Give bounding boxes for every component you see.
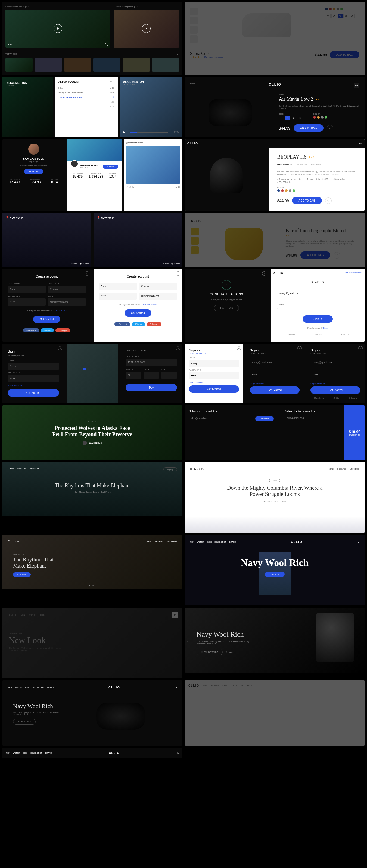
- subscribe-price-button[interactable]: $10.99 SUBSCRIBE: [344, 405, 365, 460]
- menu-icon[interactable]: ☰: [8, 540, 9, 542]
- size-option[interactable]: 42: [291, 116, 296, 120]
- heart-icon[interactable]: ♡: [327, 125, 333, 131]
- lastname-input[interactable]: [48, 286, 86, 293]
- heart-icon[interactable]: ♡: [325, 197, 332, 204]
- nav-link[interactable]: MEN: [190, 541, 194, 543]
- close-icon[interactable]: ×: [176, 346, 180, 350]
- size-option[interactable]: 40: [279, 116, 284, 120]
- size-option[interactable]: 43: [297, 116, 302, 120]
- follow-button[interactable]: FOLLOW: [103, 164, 118, 169]
- song-row[interactable]: —4:26: [58, 104, 114, 109]
- forgot-link[interactable]: Forgot password: [250, 382, 300, 384]
- song-row-active[interactable]: The Mooshek Mahlinka⏸: [58, 95, 114, 100]
- nav-link[interactable]: BRAND: [247, 685, 253, 687]
- tab[interactable]: REVIEWS: [311, 163, 321, 167]
- month-input[interactable]: [125, 372, 141, 379]
- facebook-link[interactable]: f Facebook: [286, 333, 295, 335]
- size-option[interactable]: 39: [325, 14, 331, 18]
- nav-link[interactable]: COLLECTION: [30, 752, 43, 754]
- nav-link[interactable]: KIDS: [23, 752, 27, 754]
- login-input[interactable]: [250, 359, 300, 366]
- terms-link[interactable]: terms of service: [143, 303, 157, 306]
- color-swatches[interactable]: [325, 8, 359, 11]
- submit-button[interactable]: Get Started: [8, 389, 59, 397]
- heart-icon[interactable]: ♡: [334, 252, 340, 258]
- song-row[interactable]: Young Folks (Instrumental)4:26: [58, 90, 114, 95]
- map-view[interactable]: [66, 344, 118, 403]
- google-button[interactable]: G Google: [55, 328, 70, 333]
- twitter-button[interactable]: t Twitter: [41, 328, 54, 333]
- thumb[interactable]: [93, 58, 120, 72]
- product-thumb[interactable]: [190, 35, 198, 43]
- nav-link[interactable]: COLLECTION: [231, 685, 243, 687]
- signup-button[interactable]: Sign up: [163, 467, 177, 471]
- thumb[interactable]: [35, 58, 62, 72]
- submit-button[interactable]: Get Started: [250, 386, 300, 394]
- thumb[interactable]: [64, 58, 91, 72]
- nav-link[interactable]: WOMEN: [211, 685, 219, 687]
- fullscreen-icon[interactable]: ⛶: [106, 43, 108, 46]
- nav-link[interactable]: COLLECTION: [215, 541, 227, 543]
- terms-link[interactable]: terms of service: [54, 309, 67, 312]
- lastname-input[interactable]: [139, 283, 177, 290]
- login-input[interactable]: [189, 360, 239, 367]
- add-to-bag-button[interactable]: ADD TO BAG: [330, 51, 359, 58]
- pagination-dots[interactable]: • • • • •: [223, 198, 230, 201]
- email-input[interactable]: [189, 415, 253, 422]
- share-button[interactable]: SHARE PAGE: [214, 305, 239, 311]
- close-icon[interactable]: ×: [237, 346, 241, 350]
- play-icon[interactable]: [54, 24, 62, 33]
- view-details-button[interactable]: VIEW DETAILS: [13, 719, 36, 724]
- add-to-bag-button[interactable]: ADD TO BAG: [301, 251, 330, 259]
- nav-link[interactable]: Features: [18, 467, 26, 471]
- nav-link[interactable]: KIDS: [40, 614, 44, 616]
- nav-link[interactable]: KIDS: [222, 685, 227, 687]
- close-icon[interactable]: ×: [58, 346, 62, 350]
- twitter-button[interactable]: t Twitter: [132, 322, 145, 326]
- bag-icon[interactable]: 🛍: [358, 541, 359, 543]
- nav-link[interactable]: Features: [155, 540, 164, 542]
- nav-link[interactable]: WOMEN: [13, 752, 21, 754]
- player-controls[interactable]: ▶ 45/748: [123, 131, 179, 134]
- email-input[interactable]: [48, 299, 86, 306]
- shuffle-icon[interactable]: ⇄ ↻: [110, 81, 114, 83]
- nav-link[interactable]: Subscribe: [30, 467, 40, 471]
- firstname-input[interactable]: [8, 286, 46, 293]
- password-input[interactable]: [8, 375, 59, 382]
- save-link[interactable]: ♡ Save: [225, 651, 233, 653]
- nav-link[interactable]: Features: [337, 468, 346, 470]
- play-icon[interactable]: ▶: [123, 131, 125, 134]
- nav-link[interactable]: WOMEN: [29, 614, 36, 616]
- reset-link[interactable]: Reset: [323, 327, 328, 329]
- nav-link[interactable]: MEN: [8, 687, 12, 688]
- forgot-link[interactable]: Forgot password: [189, 381, 239, 383]
- bag-icon[interactable]: 🛍: [359, 142, 362, 145]
- signin-button[interactable]: Sign In: [303, 315, 333, 323]
- password-input[interactable]: [277, 302, 358, 309]
- song-row[interactable]: Intro4:26: [58, 86, 114, 90]
- subscribe-button[interactable]: Subscribe: [255, 416, 274, 421]
- bag-icon[interactable]: 🛍: [172, 612, 178, 618]
- play-icon[interactable]: [142, 24, 150, 33]
- size-option-selected[interactable]: 41: [285, 116, 290, 120]
- product-thumb[interactable]: [190, 26, 198, 34]
- year-input[interactable]: [144, 372, 159, 379]
- tab[interactable]: SHIPPING: [296, 163, 307, 167]
- login-input[interactable]: [8, 363, 59, 370]
- close-icon[interactable]: ×: [85, 271, 89, 276]
- nav-link[interactable]: MEN: [21, 614, 25, 616]
- size-option-selected[interactable]: 41: [338, 14, 342, 18]
- google-link[interactable]: G Google: [341, 333, 349, 335]
- forgot-link[interactable]: Forgot password: [310, 382, 361, 384]
- handle[interactable]: @elenamikkelsen: [126, 142, 143, 144]
- bag-icon[interactable]: 🛍: [175, 687, 177, 688]
- color-swatches[interactable]: [313, 116, 329, 119]
- cvv-input[interactable]: [161, 372, 177, 379]
- nav-link[interactable]: Subscribe: [167, 540, 177, 542]
- submit-button[interactable]: Get Started: [189, 385, 239, 393]
- add-to-bag-button[interactable]: ADD TO BAG: [293, 124, 323, 132]
- menu-icon[interactable]: ☰: [190, 468, 192, 470]
- submit-button[interactable]: Get Started: [124, 309, 151, 317]
- password-input[interactable]: [99, 292, 137, 300]
- prev-arrow[interactable]: ‹: [187, 640, 188, 643]
